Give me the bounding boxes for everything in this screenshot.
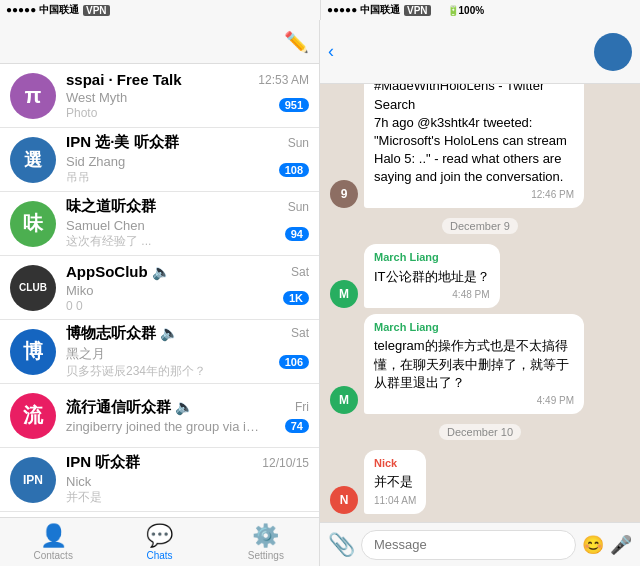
unread-badge: 951: [279, 98, 309, 112]
tab-contacts[interactable]: 👤 Contacts: [0, 518, 106, 566]
sender-name: March Liang: [374, 320, 574, 335]
tab-chats-label: Chats: [146, 550, 172, 561]
message-bubble: March LiangIT公论群的地址是？4:48 PM: [364, 244, 500, 308]
vpn-left: VPN: [83, 5, 110, 16]
chat-avatar: 流: [10, 393, 56, 439]
chat-time: Sun: [288, 136, 309, 150]
message-row: M March LiangIT公论群的地址是？4:48 PM: [330, 244, 630, 308]
status-bar: ●●●●● 中国联通 VPN ●●●●● 中国联通 VPN 🔋100%: [0, 0, 640, 20]
chat-name: 流行通信听众群 🔈: [66, 398, 194, 417]
chat-name-row: 味之道听众群 Sun: [66, 197, 309, 216]
message-bubble: 900901https://twitter.com/search?q=%23Ma…: [364, 84, 584, 208]
chat-item[interactable]: 博 博物志听众群 🔈 Sat 黑之月贝多芬诞辰234年的那个？ 106: [0, 320, 319, 384]
chat-name: sspai · Free Talk: [66, 71, 182, 88]
chat-sub-row: Sid Zhang吊吊 108: [66, 154, 309, 186]
chat-item[interactable]: π sspai · Free Talk 12:53 AM West MythPh…: [0, 64, 319, 128]
chat-name-row: 流行通信听众群 🔈 Fri: [66, 398, 309, 417]
unread-badge: 106: [279, 355, 309, 369]
message-time: 12:46 PM: [374, 188, 574, 202]
tab-settings-label: Settings: [248, 550, 284, 561]
chat-item[interactable]: 流 流行通信听众群 🔈 Fri zingiberry joined the gr…: [0, 384, 319, 448]
mic-button[interactable]: 🎤: [610, 534, 632, 556]
chat-time: 12/10/15: [262, 456, 309, 470]
chat-preview: Sid Zhang吊吊: [66, 154, 125, 186]
chat-preview: West MythPhoto: [66, 90, 127, 120]
chat-info: 味之道听众群 Sun Samuel Chen这次有经验了 ... 94: [66, 197, 309, 250]
chat-name-row: AppSoClub 🔈 Sat: [66, 263, 309, 281]
chat-name-row: 博物志听众群 🔈 Sat: [66, 324, 309, 343]
message-avatar: M: [330, 386, 358, 414]
chat-avatar: IPN: [10, 457, 56, 503]
message-row: 9 900901https://twitter.com/search?q=%23…: [330, 84, 630, 208]
chat-time: Sat: [291, 265, 309, 279]
tab-settings[interactable]: ⚙️ Settings: [213, 518, 319, 566]
chat-list: π sspai · Free Talk 12:53 AM West MythPh…: [0, 64, 319, 517]
chat-avatar: 博: [10, 329, 56, 375]
chat-item[interactable]: 選 IPN 选·美 听众群 Sun Sid Zhang吊吊 108: [0, 128, 319, 192]
messages-area: U 有差别10:21 AM December 2 9 900901https:/…: [320, 84, 640, 522]
app-container: ✏️ π sspai · Free Talk 12:53 AM West Myt…: [0, 20, 640, 566]
chat-info: 流行通信听众群 🔈 Fri zingiberry joined the grou…: [66, 398, 309, 434]
chat-sub-row: 黑之月贝多芬诞辰234年的那个？ 106: [66, 345, 309, 380]
message-text: IT公论群的地址是？: [374, 268, 490, 286]
message-row: M March Liangtelegram的操作方式也是不太搞得懂，在聊天列表中…: [330, 314, 630, 414]
chat-avatar: 選: [10, 137, 56, 183]
chat-name: 味之道听众群: [66, 197, 156, 216]
chat-time: 12:53 AM: [258, 73, 309, 87]
battery-right: 🔋100%: [447, 5, 485, 16]
message-input[interactable]: [361, 530, 576, 560]
left-header: ✏️: [0, 20, 319, 64]
carrier-left: ●●●●● 中国联通: [6, 3, 79, 17]
chat-name: 博物志听众群 🔈: [66, 324, 179, 343]
contacts-icon: 👤: [40, 523, 67, 549]
chat-preview: Miko0 0: [66, 283, 93, 313]
chat-name-row: IPN 听众群 12/10/15: [66, 453, 309, 472]
unread-badge: 94: [285, 227, 309, 241]
chat-item[interactable]: IPN IPN 听众群 12/10/15 Nick并不是: [0, 448, 319, 512]
chat-info: IPN 听众群 12/10/15 Nick并不是: [66, 453, 309, 506]
back-button[interactable]: ‹: [328, 41, 336, 62]
tab-contacts-label: Contacts: [33, 550, 72, 561]
chat-name: IPN 选·美 听众群: [66, 133, 179, 152]
status-bar-right: ●●●●● 中国联通 VPN 🔋100%: [320, 0, 640, 20]
message-bubble: March Liangtelegram的操作方式也是不太搞得懂，在聊天列表中删掉…: [364, 314, 584, 414]
group-avatar[interactable]: [594, 33, 632, 71]
attach-button[interactable]: 📎: [328, 532, 355, 558]
message-text: 7h ago @k3shtk4r tweeted: "Microsoft's H…: [374, 114, 574, 187]
chat-avatar: CLUB: [10, 265, 56, 311]
message-avatar: N: [330, 486, 358, 514]
chat-name-row: sspai · Free Talk 12:53 AM: [66, 71, 309, 88]
chat-name: IPN 听众群: [66, 453, 140, 472]
message-time: 4:48 PM: [374, 288, 490, 302]
settings-icon: ⚙️: [252, 523, 279, 549]
emoji-button[interactable]: 😊: [582, 534, 604, 556]
chat-preview: Nick并不是: [66, 474, 102, 506]
chat-sub-row: Miko0 0 1K: [66, 283, 309, 313]
chat-name: AppSoClub 🔈: [66, 263, 171, 281]
message-text: 并不是: [374, 473, 416, 491]
right-panel: ‹ U 有差别10:21 AM December 2 9 900901https…: [320, 20, 640, 566]
chat-sub-row: Samuel Chen这次有经验了 ... 94: [66, 218, 309, 250]
message-time: 4:49 PM: [374, 394, 574, 408]
sender-name: Nick: [374, 456, 416, 471]
chat-info: sspai · Free Talk 12:53 AM West MythPhot…: [66, 71, 309, 120]
chat-item[interactable]: CLUB AppSoClub 🔈 Sat Miko0 0 1K: [0, 256, 319, 320]
chat-sub-row: zingiberry joined the group via invite l…: [66, 419, 309, 434]
chat-name-row: IPN 选·美 听众群 Sun: [66, 133, 309, 152]
sender-name: March Liang: [374, 250, 490, 265]
message-text: #MadeWithHoloLens - Twitter Search: [374, 84, 574, 114]
compose-button[interactable]: ✏️: [284, 30, 309, 54]
carrier-right: ●●●●● 中国联通: [327, 3, 400, 17]
message-time: 11:04 AM: [374, 494, 416, 508]
chat-time: Fri: [295, 400, 309, 414]
tab-chats[interactable]: 💬 Chats: [106, 518, 212, 566]
left-panel: ✏️ π sspai · Free Talk 12:53 AM West Myt…: [0, 20, 320, 566]
chat-time: Sat: [291, 326, 309, 340]
right-header: ‹: [320, 20, 640, 84]
date-divider: December 9: [442, 218, 518, 234]
chat-info: 博物志听众群 🔈 Sat 黑之月贝多芬诞辰234年的那个？ 106: [66, 324, 309, 380]
chat-info: IPN 选·美 听众群 Sun Sid Zhang吊吊 108: [66, 133, 309, 186]
message-input-bar: 📎 😊 🎤: [320, 522, 640, 566]
message-row: N Nick并不是11:04 AM: [330, 450, 630, 514]
chat-item[interactable]: 味 味之道听众群 Sun Samuel Chen这次有经验了 ... 94: [0, 192, 319, 256]
